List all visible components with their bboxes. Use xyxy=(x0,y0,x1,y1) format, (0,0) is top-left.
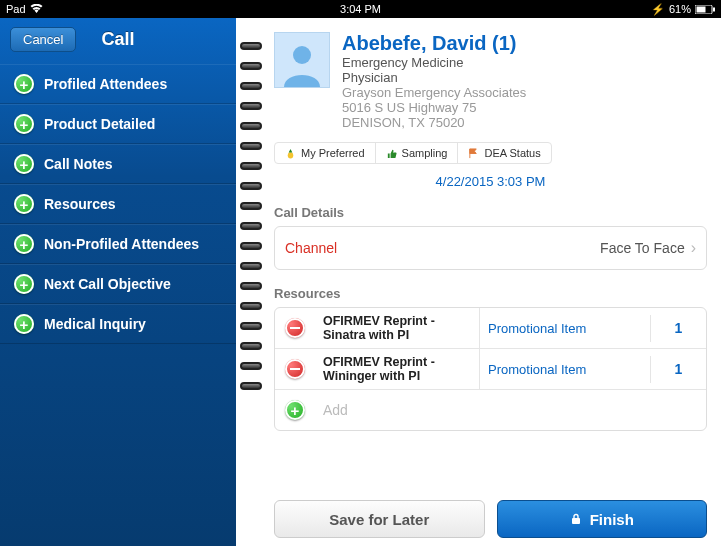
sidebar-item-profiled-attendees[interactable]: +Profiled Attendees xyxy=(0,64,236,104)
tag-row: My Preferred Sampling DEA Status xyxy=(274,142,552,164)
wifi-icon xyxy=(30,4,43,14)
flag-icon xyxy=(468,148,479,159)
profile-title: Physician xyxy=(342,70,526,85)
plus-icon: + xyxy=(14,234,34,254)
resources-table: OFIRMEV Reprint - Sinatra with PI Promot… xyxy=(274,307,707,431)
avatar xyxy=(274,32,330,88)
plus-icon: + xyxy=(14,194,34,214)
profile-name: Abebefe, David (1) xyxy=(342,32,526,55)
sidebar-item-label: Profiled Attendees xyxy=(44,76,167,92)
call-timestamp: 4/22/2015 3:03 PM xyxy=(274,174,707,189)
resource-row: OFIRMEV Reprint - Sinatra with PI Promot… xyxy=(275,308,706,349)
resource-qty[interactable]: 1 xyxy=(651,361,706,377)
remove-resource-button[interactable] xyxy=(285,318,305,338)
save-for-later-button[interactable]: Save for Later xyxy=(274,500,485,538)
channel-row[interactable]: Channel Face To Face › xyxy=(274,226,707,270)
sidebar-item-non-profiled-attendees[interactable]: +Non-Profiled Attendees xyxy=(0,224,236,264)
plus-icon: + xyxy=(14,154,34,174)
sidebar-item-medical-inquiry[interactable]: +Medical Inquiry xyxy=(0,304,236,344)
sidebar: Cancel Call +Profiled Attendees +Product… xyxy=(0,18,236,546)
sidebar-item-next-call-objective[interactable]: +Next Call Objective xyxy=(0,264,236,304)
resources-heading: Resources xyxy=(274,286,707,301)
plus-icon: + xyxy=(285,400,305,420)
sidebar-item-label: Medical Inquiry xyxy=(44,316,146,332)
thumbs-up-icon xyxy=(386,148,397,159)
profile-specialty: Emergency Medicine xyxy=(342,55,526,70)
profile-org: Grayson Emergency Associates xyxy=(342,85,526,100)
sidebar-item-label: Non-Profiled Attendees xyxy=(44,236,199,252)
chevron-right-icon: › xyxy=(691,239,696,257)
resource-name: OFIRMEV Reprint - Wininger with PI xyxy=(315,349,480,389)
tag-my-preferred[interactable]: My Preferred xyxy=(275,143,376,163)
pineapple-icon xyxy=(285,148,296,159)
tag-sampling[interactable]: Sampling xyxy=(376,143,459,163)
cancel-button[interactable]: Cancel xyxy=(10,27,76,52)
channel-label: Channel xyxy=(285,240,337,256)
plus-icon: + xyxy=(14,274,34,294)
content-panel: Abebefe, David (1) Emergency Medicine Ph… xyxy=(266,18,721,546)
channel-value: Face To Face xyxy=(600,240,685,256)
resource-row: OFIRMEV Reprint - Wininger with PI Promo… xyxy=(275,349,706,390)
battery-percent: 61% xyxy=(669,3,691,15)
resource-qty[interactable]: 1 xyxy=(651,320,706,336)
page-title: Call xyxy=(101,29,134,50)
svg-rect-2 xyxy=(713,7,715,11)
call-details-heading: Call Details xyxy=(274,205,707,220)
status-bar: Pad 3:04 PM ⚡ 61% xyxy=(0,0,721,18)
device-label: Pad xyxy=(6,3,26,15)
svg-point-4 xyxy=(288,152,294,158)
battery-icon xyxy=(695,5,715,14)
plus-icon: + xyxy=(14,74,34,94)
notebook-binding xyxy=(236,18,266,546)
sidebar-item-label: Next Call Objective xyxy=(44,276,171,292)
svg-rect-1 xyxy=(697,6,706,12)
profile-addr1: 5016 S US Highway 75 xyxy=(342,100,526,115)
sidebar-item-resources[interactable]: +Resources xyxy=(0,184,236,224)
resource-name: OFIRMEV Reprint - Sinatra with PI xyxy=(315,308,480,348)
remove-resource-button[interactable] xyxy=(285,359,305,379)
finish-button[interactable]: Finish xyxy=(497,500,708,538)
tag-dea-status[interactable]: DEA Status xyxy=(458,143,550,163)
resource-type[interactable]: Promotional Item xyxy=(480,356,651,383)
profile-addr2: DENISON, TX 75020 xyxy=(342,115,526,130)
lock-icon xyxy=(570,513,582,525)
resource-type[interactable]: Promotional Item xyxy=(480,315,651,342)
resource-add-label: Add xyxy=(315,394,706,426)
plus-icon: + xyxy=(14,114,34,134)
sidebar-item-label: Call Notes xyxy=(44,156,112,172)
svg-rect-5 xyxy=(572,518,580,524)
sidebar-item-call-notes[interactable]: +Call Notes xyxy=(0,144,236,184)
sidebar-item-label: Product Detailed xyxy=(44,116,155,132)
sidebar-item-label: Resources xyxy=(44,196,116,212)
sidebar-item-product-detailed[interactable]: +Product Detailed xyxy=(0,104,236,144)
resource-add-row[interactable]: + Add xyxy=(275,390,706,430)
svg-point-3 xyxy=(293,46,311,64)
plus-icon: + xyxy=(14,314,34,334)
clock: 3:04 PM xyxy=(340,3,381,15)
